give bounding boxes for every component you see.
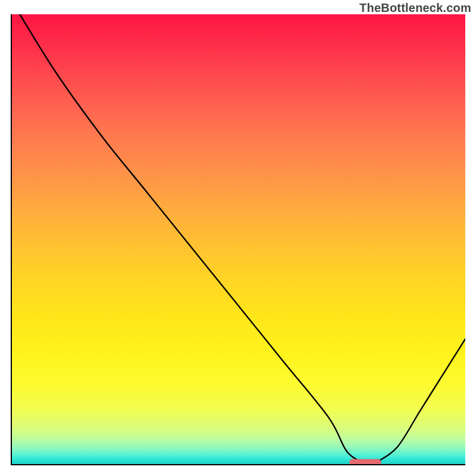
y-axis xyxy=(11,14,12,465)
x-axis xyxy=(11,464,465,465)
watermark-text: TheBottleneck.com xyxy=(359,1,471,15)
bottleneck-curve xyxy=(20,14,465,465)
chart-container: TheBottleneck.com xyxy=(0,0,476,476)
curve-svg xyxy=(11,14,465,465)
plot-area xyxy=(11,14,465,465)
